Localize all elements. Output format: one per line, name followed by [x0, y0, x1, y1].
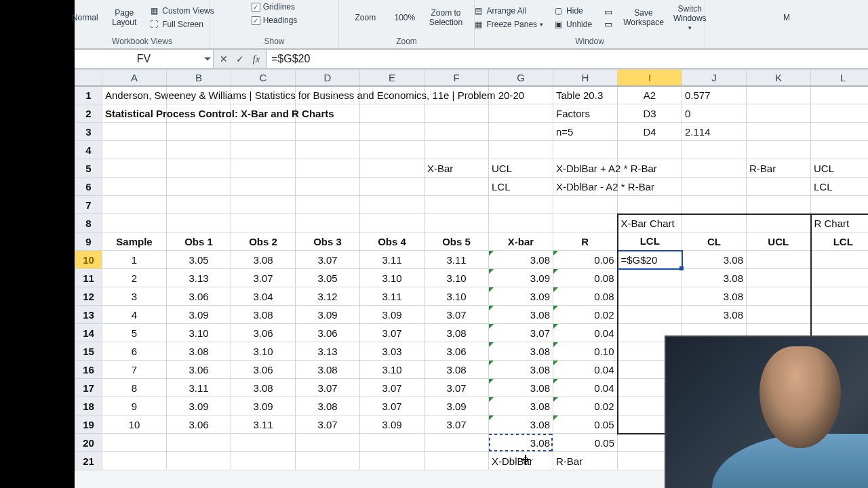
row-head[interactable]: 2	[75, 104, 102, 123]
cell[interactable]	[296, 452, 360, 470]
custom-views-button[interactable]: ▦ Custom Views	[146, 5, 216, 17]
cell[interactable]	[167, 141, 231, 159]
cell[interactable]: 3.08	[489, 251, 553, 269]
cell[interactable]	[102, 141, 167, 159]
col-head-e[interactable]: E	[360, 70, 425, 86]
cell[interactable]: 3.09	[489, 287, 553, 306]
cell[interactable]	[553, 214, 618, 232]
view-normal-button[interactable]: Normal	[67, 12, 102, 24]
cell[interactable]: 3.09	[360, 306, 425, 324]
cell[interactable]: 0.04	[553, 324, 618, 342]
cell[interactable]	[811, 269, 869, 287]
cell[interactable]: 3.08	[489, 415, 553, 434]
col-head-a[interactable]: A	[102, 70, 167, 86]
col-head-h[interactable]: H	[553, 70, 618, 86]
cell[interactable]: LCL	[489, 178, 553, 196]
cell[interactable]	[425, 141, 489, 159]
row-head[interactable]: 4	[75, 141, 102, 159]
cell[interactable]: 3.11	[231, 415, 296, 434]
referenced-cell[interactable]: 3.08	[489, 434, 553, 452]
cell[interactable]: Obs 5	[425, 232, 489, 251]
cell[interactable]	[231, 178, 296, 196]
cell[interactable]	[102, 159, 167, 178]
cell[interactable]	[811, 196, 869, 214]
cell[interactable]: 3.04	[231, 287, 296, 306]
cell[interactable]: 0.02	[553, 306, 618, 324]
cell[interactable]: 0.02	[553, 397, 618, 415]
cell[interactable]	[618, 159, 682, 178]
cell[interactable]: 3.08	[231, 306, 296, 324]
cell[interactable]	[425, 104, 489, 123]
cell[interactable]: 3.08	[296, 361, 360, 379]
cell[interactable]	[167, 178, 231, 196]
cell[interactable]	[167, 214, 231, 232]
cell[interactable]: Sample	[102, 232, 167, 251]
col-head-k[interactable]: K	[747, 70, 811, 86]
row-head[interactable]: 7	[75, 196, 102, 214]
cell[interactable]: R-Bar	[747, 159, 811, 178]
cell[interactable]: X-DblBar + A2 * R-Bar	[553, 159, 618, 178]
row-head[interactable]: 5	[75, 159, 102, 178]
hide-button[interactable]: ▢ Hide	[550, 5, 595, 17]
cell[interactable]	[167, 159, 231, 178]
cell[interactable]	[425, 214, 489, 232]
cell[interactable]: 5	[102, 324, 167, 342]
cell[interactable]: 3.08	[231, 379, 296, 397]
cell[interactable]: 0.04	[553, 379, 618, 397]
cell[interactable]: 3.09	[231, 397, 296, 415]
cell[interactable]: Obs 1	[167, 232, 231, 251]
cell[interactable]	[296, 104, 360, 123]
cell[interactable]: 2.114	[682, 123, 747, 141]
cell[interactable]: 3.10	[425, 269, 489, 287]
cell[interactable]	[682, 141, 747, 159]
cell[interactable]: n=5	[553, 123, 618, 141]
cell[interactable]	[360, 104, 425, 123]
cell[interactable]: Obs 3	[296, 232, 360, 251]
row-head[interactable]: 13	[75, 306, 102, 324]
cell[interactable]	[167, 123, 231, 141]
cell[interactable]: 0.08	[553, 287, 618, 306]
cell[interactable]: X-DblBar	[489, 452, 553, 470]
cell[interactable]	[167, 452, 231, 470]
enter-edit-icon[interactable]: ✓	[234, 53, 246, 65]
cell[interactable]: R	[553, 232, 618, 251]
cell[interactable]	[296, 123, 360, 141]
cell[interactable]: LCL	[811, 178, 869, 196]
cell[interactable]	[747, 306, 811, 324]
cell[interactable]	[425, 196, 489, 214]
cell[interactable]: 9	[102, 397, 167, 415]
cell[interactable]: 3.09	[360, 415, 425, 434]
cell[interactable]	[102, 214, 167, 232]
headings-checkbox[interactable]: Headings	[249, 15, 300, 26]
cell[interactable]: 3.12	[296, 287, 360, 306]
cell[interactable]	[425, 434, 489, 452]
cell[interactable]: 3.11	[425, 251, 489, 269]
cell[interactable]	[682, 159, 747, 178]
cell[interactable]	[360, 159, 425, 178]
cell[interactable]: 3	[102, 287, 167, 306]
cell[interactable]: 3.05	[296, 269, 360, 287]
cell[interactable]: 3.13	[167, 269, 231, 287]
cell[interactable]: 4	[102, 306, 167, 324]
cell[interactable]: 3.07	[425, 415, 489, 434]
cell[interactable]: 3.07	[360, 324, 425, 342]
cell[interactable]	[811, 123, 869, 141]
cell[interactable]	[425, 452, 489, 470]
cell[interactable]: 3.07	[296, 251, 360, 269]
cell[interactable]	[167, 434, 231, 452]
gridlines-checkbox[interactable]: Gridlines	[249, 1, 298, 12]
cell[interactable]	[296, 141, 360, 159]
cell[interactable]: 3.10	[231, 342, 296, 361]
name-box[interactable]: FV	[75, 50, 214, 68]
cell[interactable]: 0.08	[553, 269, 618, 287]
cell[interactable]: 3.09	[296, 306, 360, 324]
cell[interactable]	[682, 214, 747, 232]
cell[interactable]	[618, 269, 682, 287]
cell[interactable]: 0.05	[553, 415, 618, 434]
cell[interactable]	[231, 434, 296, 452]
cell[interactable]: 3.07	[296, 379, 360, 397]
cell[interactable]	[747, 196, 811, 214]
cell[interactable]: 1	[102, 251, 167, 269]
cell[interactable]	[747, 178, 811, 196]
cell[interactable]: 3.08	[489, 379, 553, 397]
